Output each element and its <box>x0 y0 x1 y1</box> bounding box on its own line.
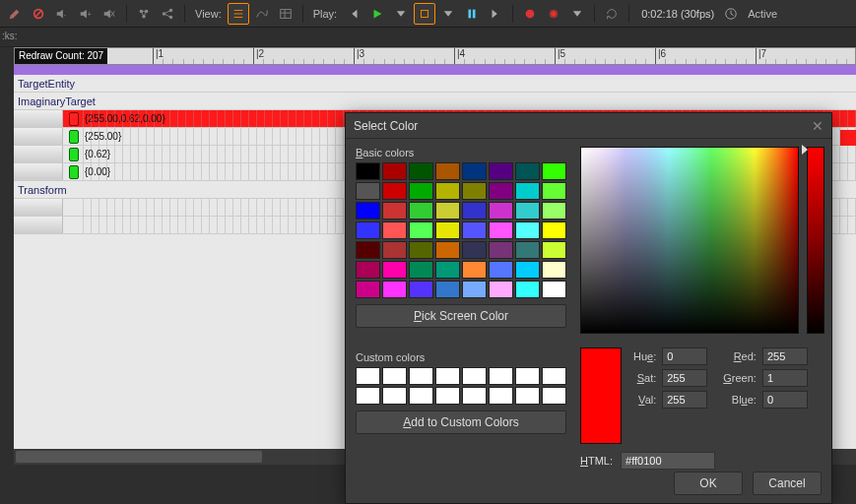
color-swatch[interactable] <box>489 261 513 279</box>
dialog-titlebar[interactable]: Select Color ✕ <box>346 113 831 139</box>
custom-swatch[interactable] <box>515 387 540 405</box>
color-swatch[interactable] <box>409 261 433 279</box>
goto-end-icon[interactable] <box>485 3 506 25</box>
color-swatch[interactable] <box>409 202 433 220</box>
pick-screen-color-button[interactable]: Pick Screen Color <box>356 304 566 328</box>
color-swatch[interactable] <box>542 182 566 200</box>
color-swatch[interactable] <box>409 281 433 298</box>
color-swatch[interactable] <box>356 182 380 200</box>
custom-swatch[interactable] <box>542 387 566 405</box>
ok-button[interactable]: OK <box>674 472 743 495</box>
view-list-icon[interactable] <box>228 3 249 25</box>
color-swatch[interactable] <box>515 221 540 239</box>
custom-swatch[interactable] <box>489 367 513 385</box>
track-header-target[interactable]: TargetEntity <box>14 75 856 93</box>
color-swatch[interactable] <box>489 182 513 200</box>
color-swatch[interactable] <box>542 202 566 220</box>
color-swatch[interactable] <box>542 162 566 180</box>
audio-mute-icon[interactable] <box>99 3 120 25</box>
tool-stop-icon[interactable] <box>28 3 49 25</box>
custom-swatch[interactable] <box>435 387 460 405</box>
timeline-ruler[interactable]: Redraw Count: 207 |1|2|3|4|5|6|7 <box>14 47 856 65</box>
saturation-value-picker[interactable] <box>580 147 799 334</box>
color-swatch[interactable] <box>515 162 540 180</box>
color-swatch[interactable] <box>409 221 433 239</box>
red-input[interactable] <box>762 347 808 365</box>
color-swatch[interactable] <box>462 182 487 200</box>
color-swatch[interactable] <box>462 202 487 220</box>
record-icon[interactable] <box>519 3 541 25</box>
color-swatch[interactable] <box>356 261 380 279</box>
pause-icon[interactable] <box>461 3 483 25</box>
blue-input[interactable] <box>762 391 808 409</box>
color-swatch[interactable] <box>489 202 513 220</box>
color-swatch[interactable] <box>515 202 540 220</box>
color-swatch[interactable] <box>515 281 540 298</box>
color-swatch[interactable] <box>515 241 540 259</box>
color-swatch[interactable] <box>542 261 566 279</box>
custom-swatch[interactable] <box>382 367 407 385</box>
color-swatch[interactable] <box>435 281 460 298</box>
color-swatch[interactable] <box>489 241 513 259</box>
color-swatch[interactable] <box>409 241 433 259</box>
custom-swatch[interactable] <box>435 367 460 385</box>
node-icon[interactable] <box>133 3 155 25</box>
color-swatch[interactable] <box>489 221 513 239</box>
play-dropdown-icon[interactable] <box>390 3 412 25</box>
color-swatch[interactable] <box>515 182 540 200</box>
audio-plus-icon[interactable]: + <box>75 3 97 25</box>
color-swatch[interactable] <box>435 241 460 259</box>
color-swatch[interactable] <box>382 182 407 200</box>
custom-swatch[interactable] <box>356 387 380 405</box>
color-swatch[interactable] <box>462 221 487 239</box>
view-sheet-icon[interactable] <box>275 3 296 25</box>
color-swatch[interactable] <box>409 182 433 200</box>
color-swatch[interactable] <box>515 261 540 279</box>
color-swatch[interactable] <box>462 261 487 279</box>
color-swatch[interactable] <box>356 241 380 259</box>
clock-icon[interactable] <box>720 3 742 25</box>
color-swatch[interactable] <box>435 202 460 220</box>
record-dropdown-icon[interactable] <box>566 3 588 25</box>
custom-swatch[interactable] <box>489 387 513 405</box>
color-swatch[interactable] <box>382 241 407 259</box>
stop-square-icon[interactable] <box>414 3 435 25</box>
color-swatch[interactable] <box>542 221 566 239</box>
custom-swatch[interactable] <box>382 387 407 405</box>
color-swatch[interactable] <box>356 221 380 239</box>
color-swatch[interactable] <box>462 162 487 180</box>
color-swatch[interactable] <box>542 281 566 298</box>
color-swatch[interactable] <box>489 281 513 298</box>
sat-input[interactable] <box>662 369 707 387</box>
color-swatch[interactable] <box>382 202 407 220</box>
custom-swatch[interactable] <box>515 367 540 385</box>
color-swatch[interactable] <box>542 241 566 259</box>
view-curve-icon[interactable] <box>251 3 273 25</box>
goto-start-icon[interactable] <box>343 3 364 25</box>
cancel-button[interactable]: Cancel <box>753 472 822 495</box>
custom-swatch[interactable] <box>462 367 487 385</box>
color-swatch[interactable] <box>435 182 460 200</box>
color-swatch[interactable] <box>382 162 407 180</box>
custom-swatch[interactable] <box>542 367 566 385</box>
html-input[interactable] <box>621 452 715 470</box>
tool-pick-icon[interactable] <box>4 3 26 25</box>
hue-input[interactable] <box>662 347 707 365</box>
custom-swatch[interactable] <box>462 387 487 405</box>
add-custom-colors-button[interactable]: Add to Custom Colors <box>356 410 566 434</box>
stop-dropdown-icon[interactable] <box>437 3 459 25</box>
color-swatch[interactable] <box>382 261 407 279</box>
audio-minus-icon[interactable]: - <box>51 3 73 25</box>
close-icon[interactable]: ✕ <box>812 118 823 134</box>
color-swatch[interactable] <box>356 281 380 298</box>
color-swatch[interactable] <box>382 281 407 298</box>
play-icon[interactable] <box>366 3 388 25</box>
color-swatch[interactable] <box>435 261 460 279</box>
range-bar[interactable] <box>14 65 856 75</box>
loop-icon[interactable] <box>601 3 623 25</box>
color-swatch[interactable] <box>356 202 380 220</box>
color-swatch[interactable] <box>489 162 513 180</box>
custom-swatch[interactable] <box>409 367 433 385</box>
custom-swatch[interactable] <box>409 387 433 405</box>
track-header-imaginary[interactable]: ImaginaryTarget <box>14 93 856 110</box>
